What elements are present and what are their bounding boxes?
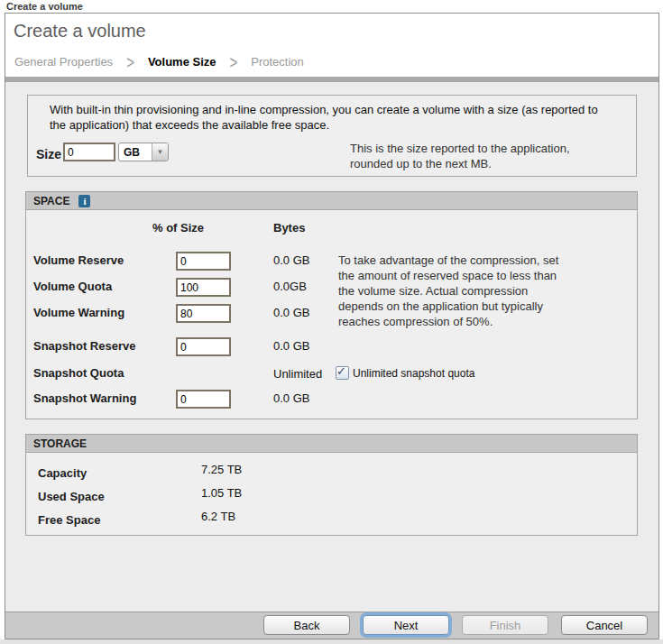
wizard-body: With built-in thin provisioning and in-l…	[5, 82, 658, 612]
info-icon[interactable]: i	[78, 195, 90, 207]
chevron-right-icon: >	[230, 51, 238, 71]
column-header-bytes: Bytes	[273, 221, 305, 235]
size-input[interactable]	[63, 143, 115, 161]
create-volume-window: Create a volume Create a volume General …	[0, 0, 663, 644]
storage-section-header: STORAGE	[25, 434, 638, 453]
unlimited-quota-checkbox-label[interactable]: Unlimited snapshot quota	[353, 367, 474, 380]
wizard-header: Create a volume General Properties > Vol…	[5, 14, 658, 77]
window-bottom-strip	[0, 639, 663, 644]
snapshot-reserve-bytes: 0.0 GB	[273, 339, 309, 353]
volume-warning-bytes: 0.0 GB	[273, 306, 309, 319]
page-title: Create a volume	[14, 21, 146, 41]
volume-quota-label: Volume Quota	[33, 280, 112, 293]
capacity-value: 7.25 TB	[201, 463, 242, 476]
compression-note: To take advantage of the compression, se…	[338, 253, 575, 329]
step-protection[interactable]: Protection	[251, 55, 304, 69]
back-button[interactable]: Back	[263, 615, 350, 635]
column-header-percent: % of Size	[152, 221, 204, 235]
free-space-label: Free Space	[38, 513, 100, 527]
snapshot-reserve-label: Snapshot Reserve	[33, 339, 135, 353]
snapshot-warning-bytes: 0.0 GB	[273, 391, 309, 405]
unlimited-quota-checkbox[interactable]: ✓	[336, 366, 349, 380]
volume-quota-input[interactable]	[176, 278, 231, 297]
volume-quota-bytes: 0.0GB	[273, 280, 307, 293]
thin-provisioning-description: With built-in thin provisioning and in-l…	[50, 102, 609, 133]
finish-button[interactable]: Finish	[462, 615, 548, 635]
window-title: Create a volume	[6, 1, 83, 12]
volume-reserve-label: Volume Reserve	[33, 253, 124, 267]
snapshot-warning-input[interactable]	[176, 390, 231, 409]
size-unit-value: GB	[119, 143, 152, 161]
capacity-label: Capacity	[38, 466, 87, 480]
volume-warning-input[interactable]	[176, 304, 231, 323]
snapshot-warning-label: Snapshot Warning	[33, 391, 136, 405]
snapshot-quota-bytes: Unlimited	[273, 367, 322, 381]
space-panel: % of Size Bytes Volume Reserve 0.0 GB Vo…	[25, 209, 638, 419]
space-section-title: SPACE	[33, 195, 69, 207]
volume-warning-label: Volume Warning	[33, 306, 124, 319]
cancel-button[interactable]: Cancel	[561, 615, 648, 635]
storage-section-title: STORAGE	[33, 437, 87, 450]
size-note: This is the size reported to the applica…	[350, 141, 585, 171]
dropdown-arrow-icon: ▼	[152, 143, 168, 161]
wizard-footer: Back Next Finish Cancel	[5, 612, 658, 639]
wizard-steps: General Properties > Volume Size > Prote…	[14, 54, 304, 69]
size-unit-select[interactable]: GB ▼	[118, 143, 169, 161]
used-space-value: 1.05 TB	[201, 486, 242, 500]
snapshot-reserve-input[interactable]	[176, 337, 231, 356]
used-space-label: Used Space	[38, 490, 105, 503]
space-section-header: SPACE i	[25, 191, 638, 210]
size-panel: With built-in thin provisioning and in-l…	[27, 95, 637, 177]
free-space-value: 6.2 TB	[201, 510, 235, 523]
step-general-properties[interactable]: General Properties	[14, 55, 113, 69]
snapshot-quota-label: Snapshot Quota	[33, 366, 124, 380]
step-volume-size[interactable]: Volume Size	[148, 55, 216, 69]
checkmark-icon: ✓	[336, 364, 346, 378]
volume-reserve-input[interactable]	[176, 252, 231, 271]
size-label: Size	[36, 147, 61, 161]
create-volume-dialog: Create a volume General Properties > Vol…	[5, 13, 659, 639]
chevron-right-icon: >	[126, 51, 134, 71]
volume-reserve-bytes: 0.0 GB	[273, 253, 309, 267]
storage-panel: Capacity 7.25 TB Used Space 1.05 TB Free…	[25, 452, 638, 536]
next-button[interactable]: Next	[363, 615, 449, 635]
